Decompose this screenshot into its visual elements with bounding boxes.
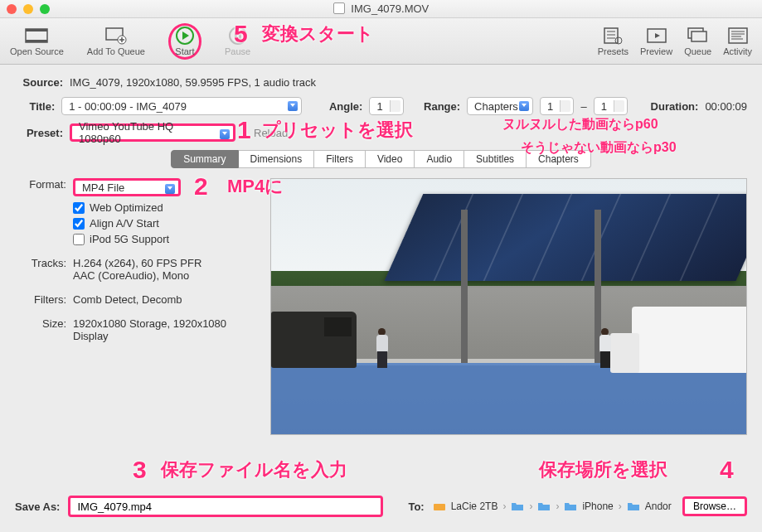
duration-label: Duration: (651, 100, 699, 113)
pause-button: Pause (225, 27, 250, 56)
presets-label: Presets (598, 46, 629, 56)
activity-icon (726, 27, 750, 45)
annotation-text-3: 保存ファイル名を入力 (161, 457, 347, 482)
title-select[interactable]: 1 - 00:00:09 - IMG_4079 (61, 97, 302, 115)
queue-icon (687, 27, 710, 45)
svg-rect-13 (692, 31, 706, 41)
source-value: IMG_4079, 1920x1080, 59.9595 FPS, 1 audi… (70, 76, 316, 89)
tab-summary[interactable]: Summary (171, 150, 238, 168)
video-preview (270, 178, 747, 435)
annotation-text-4: 保存場所を選択 (539, 457, 667, 482)
folder-icon (627, 501, 640, 511)
align-av-check[interactable]: Align A/V Start (73, 217, 255, 230)
annotation-number-3: 3 (133, 456, 147, 484)
tab-audio[interactable]: Audio (415, 150, 464, 168)
queue-label: Queue (684, 46, 711, 56)
pause-icon (226, 27, 250, 45)
checkbox-icon[interactable] (73, 234, 85, 245)
tab-chapters[interactable]: Chapters (527, 150, 591, 168)
svg-rect-8 (239, 31, 241, 40)
angle-label: Angle: (329, 100, 362, 113)
source-label: Source: (15, 76, 63, 89)
preview-label: Preview (640, 46, 672, 56)
angle-select[interactable]: 1 (369, 97, 403, 115)
activity-label: Activity (723, 46, 752, 56)
filters-label: Filters: (15, 293, 66, 306)
presets-icon (601, 27, 624, 45)
summary-left: Format: MP4 File Web Optimized Align A/V… (15, 178, 255, 435)
folder-icon (511, 501, 524, 511)
folder-icon (564, 501, 577, 511)
ipod-check[interactable]: iPod 5G Support (73, 233, 255, 245)
add-to-queue-button[interactable]: Add To Queue (87, 27, 145, 56)
tab-bar: Summary Dimensions Filters Video Audio S… (15, 150, 747, 168)
start-label: Start (175, 46, 194, 56)
window-titlebar: IMG_4079.MOV (0, 0, 762, 18)
preview-button[interactable]: Preview (640, 27, 672, 56)
svg-rect-15 (434, 504, 445, 510)
duration-value: 00:00:09 (705, 100, 747, 113)
range-to[interactable]: 1 (594, 97, 628, 115)
size-label: Size: (15, 317, 66, 330)
preview-icon (645, 27, 668, 45)
range-label: Range: (424, 100, 460, 113)
checkbox-icon[interactable] (73, 218, 85, 230)
save-as-label: Save As: (15, 501, 60, 513)
preset-label: Preset: (15, 127, 63, 139)
svg-rect-7 (235, 31, 237, 40)
filters-value: Comb Detect, Decomb (73, 293, 255, 306)
open-source-label: Open Source (10, 46, 64, 56)
browse-button[interactable]: Browse… (682, 496, 747, 516)
save-as-input[interactable] (68, 496, 383, 517)
drive-icon (433, 501, 446, 511)
svg-rect-9 (604, 28, 618, 43)
svg-point-10 (615, 37, 622, 44)
format-select[interactable]: MP4 File (73, 178, 181, 196)
size-value: 1920x1080 Storage, 1920x1080 Display (73, 317, 255, 342)
destination-path[interactable]: LaCie 2TB› › › iPhone› Andor (433, 501, 674, 512)
queue-button[interactable]: Queue (684, 27, 711, 56)
format-label: Format: (15, 178, 66, 191)
title-text: IMG_4079.MOV (351, 2, 429, 15)
range-mode-select[interactable]: Chapters (467, 97, 533, 115)
range-dash: – (580, 100, 586, 113)
queue-add-icon (104, 27, 128, 45)
web-optimized-check[interactable]: Web Optimized (73, 201, 255, 214)
tab-video[interactable]: Video (366, 150, 415, 168)
play-icon (173, 27, 197, 45)
checkbox-icon[interactable] (73, 202, 85, 214)
preset-reload[interactable]: Reload (254, 127, 288, 139)
window-title: IMG_4079.MOV (0, 2, 762, 15)
pause-label: Pause (225, 46, 250, 56)
film-icon (25, 27, 48, 45)
toolbar: Open Source Add To Queue Start Pause Pre… (0, 18, 762, 65)
tracks-value: H.264 (x264), 60 FPS PFR AAC (CoreAudio)… (73, 257, 255, 282)
open-source-button[interactable]: Open Source (10, 27, 64, 56)
tab-dimensions[interactable]: Dimensions (239, 150, 315, 168)
svg-rect-14 (729, 28, 747, 43)
preset-select[interactable]: Vimeo YouTube HQ 1080p60 (70, 123, 235, 142)
svg-rect-1 (26, 29, 47, 31)
range-from[interactable]: 1 (540, 97, 574, 115)
tab-filters[interactable]: Filters (314, 150, 366, 168)
presets-button[interactable]: Presets (598, 27, 629, 56)
svg-point-6 (230, 27, 246, 44)
to-label: To: (408, 501, 424, 513)
document-icon (333, 2, 345, 14)
save-bar: Save As: To: LaCie 2TB› › › iPhone› Ando… (0, 496, 762, 517)
folder-icon (537, 501, 551, 511)
tracks-label: Tracks: (15, 257, 66, 269)
activity-button[interactable]: Activity (723, 27, 752, 56)
tab-subtitles[interactable]: Subtitles (464, 150, 527, 168)
main-content: Source: IMG_4079, 1920x1080, 59.9595 FPS… (0, 65, 762, 443)
add-to-queue-label: Add To Queue (87, 46, 145, 56)
start-button[interactable]: Start (168, 23, 201, 60)
title-label: Title: (15, 100, 55, 113)
annotation-number-4: 4 (720, 456, 734, 484)
svg-rect-2 (26, 40, 47, 42)
